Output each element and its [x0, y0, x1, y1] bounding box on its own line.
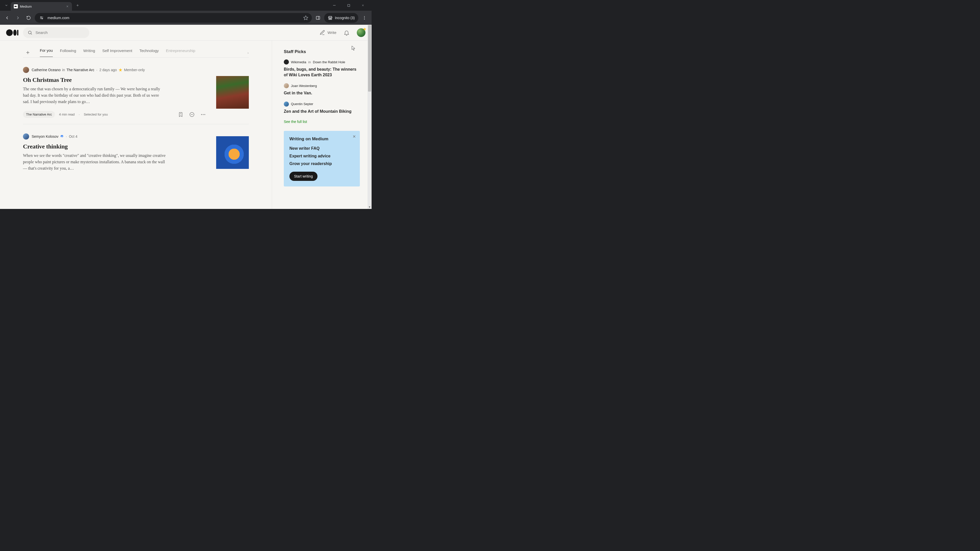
write-button[interactable]: Write — [319, 30, 336, 36]
article-thumbnail[interactable] — [216, 136, 249, 169]
article-thumbnail[interactable] — [216, 76, 249, 109]
staff-pick-title[interactable]: Birds, bugs, and beauty: The winners of … — [284, 67, 360, 78]
side-panel-button[interactable] — [313, 13, 323, 22]
writing-panel-heading: Writing on Medium — [290, 137, 354, 141]
address-bar-url: medium.com — [48, 16, 69, 20]
tab-for-you[interactable]: For you — [40, 48, 53, 57]
add-topic-button[interactable] — [23, 48, 33, 57]
in-word: in — [308, 60, 311, 64]
bookmark-add-icon — [178, 112, 183, 118]
site-header: Write — [0, 25, 372, 41]
article-card[interactable]: Catherine Oceano in The Narrative Arc 2 … — [23, 58, 249, 124]
svg-line-25 — [31, 33, 32, 35]
window-maximize-button[interactable] — [344, 2, 353, 9]
browser-menu-button[interactable] — [360, 13, 369, 22]
article-title[interactable]: Oh Christmas Tree — [23, 76, 206, 83]
more-options-button[interactable] — [200, 112, 206, 118]
notifications-button[interactable] — [344, 30, 350, 36]
staff-pick-title[interactable]: Zen and the Art of Mountain Biking — [284, 109, 360, 114]
article-byline: Catherine Oceano in The Narrative Arc 2 … — [23, 67, 206, 73]
article-title[interactable]: Creative thinking — [23, 143, 206, 150]
tabs-scroll-right-button[interactable] — [242, 49, 249, 57]
bell-icon — [344, 30, 350, 36]
author-avatar[interactable] — [23, 67, 29, 73]
staff-pick-item[interactable]: Quentin Septer Zen and the Art of Mounta… — [284, 102, 360, 114]
publication-name[interactable]: The Narrative Arc — [67, 68, 94, 72]
author-avatar[interactable] — [23, 133, 29, 140]
browser-toolbar: medium.com Incognito (3) — [0, 11, 372, 25]
staff-author-avatar[interactable] — [284, 102, 289, 106]
search-field[interactable] — [23, 27, 89, 38]
scroll-down-arrow[interactable]: ▼ — [368, 205, 372, 209]
panel-close-button[interactable] — [352, 135, 356, 138]
svg-point-23 — [364, 19, 365, 19]
tab-close-button[interactable] — [66, 5, 69, 8]
tab-following[interactable]: Following — [60, 48, 76, 57]
tab-self-improvement[interactable]: Self Improvement — [102, 48, 132, 57]
profile-avatar[interactable] — [357, 28, 366, 37]
article-date: Oct 4 — [69, 135, 77, 138]
page-scrollbar[interactable]: ▲ ▼ — [368, 25, 372, 209]
incognito-icon — [328, 15, 333, 21]
staff-author-avatar[interactable] — [284, 59, 289, 65]
svg-marker-26 — [363, 27, 366, 30]
tab-technology[interactable]: Technology — [139, 48, 159, 57]
writing-panel-link[interactable]: Expert writing advice — [290, 154, 354, 159]
browser-window: Medium — [0, 0, 372, 209]
dot-separator — [65, 135, 67, 138]
incognito-indicator[interactable]: Incognito (3) — [324, 13, 358, 23]
browser-titlebar: Medium — [0, 0, 372, 11]
save-bookmark-button[interactable] — [178, 112, 183, 118]
write-icon — [319, 30, 325, 36]
staff-pick-item[interactable]: Joan Westenberg Get in the Van. — [284, 83, 360, 96]
page-content: For you Following Writing Self Improveme… — [0, 41, 372, 209]
staff-author-name[interactable]: Wikimedia — [291, 60, 306, 64]
nav-reload-button[interactable] — [24, 13, 33, 22]
topic-chip[interactable]: The Narrative Arc — [23, 111, 55, 118]
svg-point-12 — [41, 17, 41, 17]
nav-back-button[interactable] — [3, 13, 12, 22]
tab-entrepreneurship[interactable]: Entrepreneurship — [166, 48, 195, 57]
tab-writing[interactable]: Writing — [83, 48, 95, 57]
incognito-label: Incognito (3) — [335, 16, 355, 20]
window-minimize-button[interactable] — [330, 2, 339, 9]
staff-author-name[interactable]: Quentin Septer — [291, 102, 313, 106]
window-close-button[interactable] — [358, 2, 368, 9]
medium-logo[interactable] — [6, 29, 18, 36]
staff-author-name[interactable]: Joan Westenberg — [291, 84, 317, 88]
scrollbar-thumb[interactable] — [368, 25, 371, 92]
svg-point-14 — [42, 18, 43, 19]
in-word: in — [62, 68, 65, 72]
page-viewport: Write For you — [0, 25, 372, 209]
author-name[interactable]: Catherine Oceano — [32, 68, 61, 72]
svg-point-34 — [201, 114, 202, 115]
svg-point-22 — [364, 17, 365, 18]
bookmark-star-icon[interactable] — [303, 15, 308, 21]
article-byline: Semyon Kolosov Oct 4 — [23, 133, 206, 140]
writing-panel-link[interactable]: New writer FAQ — [290, 146, 354, 151]
writing-panel-link[interactable]: Grow your readership — [290, 162, 354, 166]
chevron-right-icon — [247, 51, 249, 56]
nav-forward-button[interactable] — [13, 13, 22, 22]
window-controls — [330, 2, 369, 9]
search-input[interactable] — [35, 30, 85, 35]
browser-tab[interactable]: Medium — [11, 2, 72, 11]
start-writing-button[interactable]: Start writing — [290, 171, 318, 181]
staff-pick-title[interactable]: Get in the Van. — [284, 90, 360, 96]
tab-search-button[interactable] — [2, 2, 11, 9]
new-tab-button[interactable] — [74, 2, 81, 9]
svg-point-36 — [204, 114, 205, 115]
writing-on-medium-panel: Writing on Medium New writer FAQ Expert … — [284, 131, 360, 186]
show-less-button[interactable] — [189, 112, 195, 118]
author-name[interactable]: Semyon Kolosov — [32, 135, 59, 138]
staff-pick-item[interactable]: Wikimedia in Down the Rabbit Hole Birds,… — [284, 59, 360, 78]
staff-publication-name[interactable]: Down the Rabbit Hole — [313, 60, 345, 64]
svg-marker-29 — [119, 68, 122, 72]
see-full-list-link[interactable]: See the full list — [284, 120, 307, 124]
site-settings-icon[interactable] — [38, 14, 45, 21]
selected-for-you-label: Selected for you — [84, 113, 108, 116]
article-excerpt: When we see the words "creative" and "cr… — [23, 152, 166, 171]
address-bar[interactable]: medium.com — [35, 13, 312, 23]
article-card[interactable]: Semyon Kolosov Oct 4 Creative thinking W… — [23, 124, 249, 178]
staff-author-avatar[interactable] — [284, 83, 289, 88]
